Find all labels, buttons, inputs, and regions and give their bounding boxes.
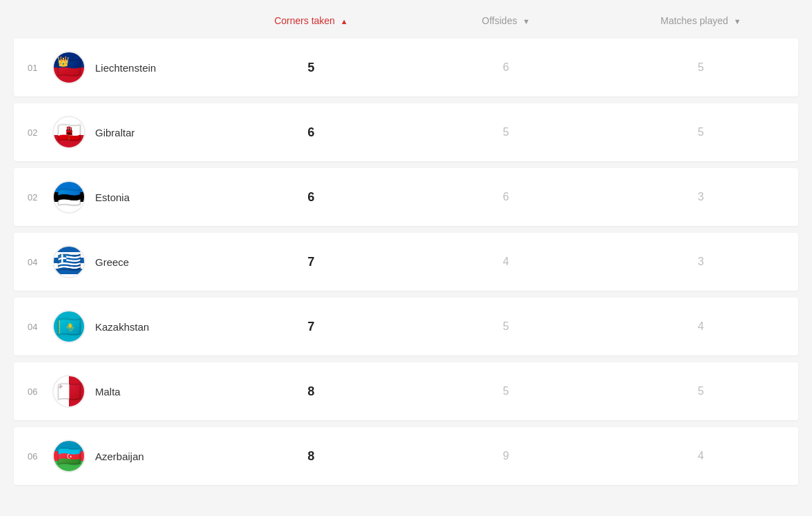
- offsides-value: 6: [409, 61, 604, 74]
- table-row: 04 🇬🇷 Greece 7 4 3: [14, 233, 798, 291]
- matches-label: Matches played: [660, 15, 728, 26]
- flag: 🇰🇿: [52, 310, 85, 343]
- country-name: Liechtenstein: [95, 62, 156, 74]
- table-row: 04 🇰🇿 Kazakhstan 7 5 4: [14, 298, 798, 355]
- flag: 🇪🇪: [52, 180, 85, 214]
- rows-container: 01 🇱🇮 Liechtenstein 5 6 5 02 🇬🇮 Gibralta…: [14, 39, 798, 485]
- country-name: Malta: [95, 386, 121, 398]
- rank: 04: [28, 257, 43, 267]
- matches-value: 4: [603, 450, 798, 462]
- country-cell: 02 🇪🇪 Estonia: [14, 180, 214, 214]
- header-row: Corners taken ▲ Offsides ▼ Matches playe…: [14, 7, 798, 34]
- corners-value: 5: [214, 61, 409, 75]
- matches-value: 4: [603, 320, 798, 333]
- flag: 🇦🇿: [52, 440, 85, 473]
- offsides-value: 5: [409, 320, 604, 333]
- country-name: Azerbaijan: [95, 451, 144, 462]
- rank: 02: [28, 127, 43, 138]
- corners-header[interactable]: Corners taken ▲: [214, 15, 409, 26]
- offsides-value: 5: [409, 126, 604, 138]
- country-name: Estonia: [95, 192, 130, 203]
- matches-value: 5: [603, 385, 798, 398]
- country-cell: 06 🇲🇹 Malta: [14, 375, 214, 408]
- table-row: 01 🇱🇮 Liechtenstein 5 6 5: [14, 39, 798, 96]
- corners-value: 7: [214, 255, 409, 269]
- matches-value: 5: [603, 61, 798, 74]
- corners-arrow: ▲: [341, 17, 348, 25]
- offsides-arrow: ▼: [522, 17, 530, 25]
- flag: 🇲🇹: [52, 375, 85, 408]
- corners-value: 8: [214, 384, 409, 399]
- corners-value: 7: [214, 320, 409, 334]
- offsides-value: 9: [409, 450, 604, 462]
- corners-value: 8: [214, 449, 409, 464]
- country-name: Kazakhstan: [95, 321, 149, 333]
- rank: 06: [28, 451, 43, 462]
- rank: 02: [28, 192, 43, 203]
- flag: 🇱🇮: [52, 51, 85, 84]
- country-cell: 06 🇦🇿 Azerbaijan: [14, 440, 214, 473]
- matches-value: 5: [603, 126, 798, 138]
- matches-arrow: ▼: [733, 17, 741, 25]
- rank: 04: [28, 322, 43, 332]
- table-row: 02 🇪🇪 Estonia 6 6 3: [14, 168, 798, 226]
- flag: 🇬🇷: [52, 245, 85, 278]
- matches-header[interactable]: Matches played ▼: [603, 15, 798, 26]
- flag: 🇬🇮: [52, 116, 85, 149]
- offsides-value: 4: [409, 256, 604, 268]
- matches-value: 3: [603, 256, 798, 268]
- offsides-header[interactable]: Offsides ▼: [409, 15, 604, 26]
- table-row: 06 🇲🇹 Malta 8 5 5: [14, 362, 798, 420]
- country-cell: 01 🇱🇮 Liechtenstein: [14, 51, 214, 84]
- country-cell: 04 🇬🇷 Greece: [14, 245, 214, 278]
- corners-value: 6: [214, 190, 409, 205]
- rank: 06: [28, 386, 43, 397]
- table-row: 02 🇬🇮 Gibraltar 6 5 5: [14, 103, 798, 161]
- country-cell: 02 🇬🇮 Gibraltar: [14, 116, 214, 149]
- matches-value: 3: [603, 191, 798, 203]
- offsides-label: Offsides: [482, 15, 517, 26]
- offsides-value: 6: [409, 191, 604, 203]
- country-cell: 04 🇰🇿 Kazakhstan: [14, 310, 214, 343]
- main-container: Corners taken ▲ Offsides ▼ Matches playe…: [0, 0, 812, 499]
- corners-value: 6: [214, 125, 409, 140]
- corners-label: Corners taken: [274, 15, 335, 26]
- table-row: 06 🇦🇿 Azerbaijan 8 9 4: [14, 427, 798, 485]
- country-name: Greece: [95, 256, 129, 268]
- country-name: Gibraltar: [95, 127, 135, 138]
- rank: 01: [28, 63, 43, 73]
- offsides-value: 5: [409, 385, 604, 398]
